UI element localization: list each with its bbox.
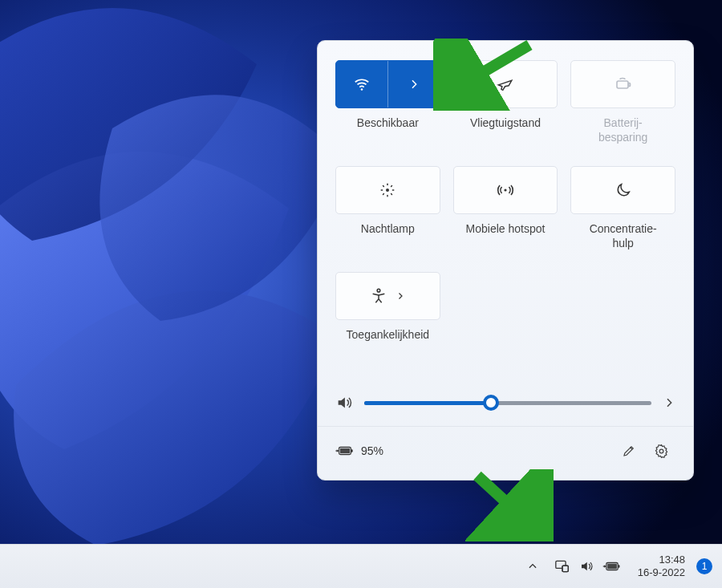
svg-rect-3 bbox=[628, 83, 630, 87]
accessibility-icon bbox=[370, 287, 387, 305]
settings-button[interactable] bbox=[647, 436, 675, 465]
moon-icon bbox=[615, 181, 632, 199]
wifi-expand[interactable] bbox=[388, 61, 440, 107]
tray-overflow-button[interactable] bbox=[522, 558, 543, 575]
battery-saver-icon bbox=[614, 75, 633, 94]
taskbar: 13:48 16-9-2022 1 bbox=[0, 544, 722, 588]
focus-assist-label: Concentratie-hulp bbox=[590, 222, 657, 251]
chevron-right-icon bbox=[408, 78, 420, 91]
battery-saver-tile[interactable] bbox=[570, 60, 675, 108]
svg-line-11 bbox=[383, 194, 384, 195]
svg-point-13 bbox=[504, 189, 506, 191]
night-light-label: Nachtlamp bbox=[361, 222, 415, 251]
volume-output-chevron[interactable] bbox=[663, 396, 675, 409]
battery-percent: 95% bbox=[361, 444, 383, 457]
focus-assist-tile[interactable] bbox=[570, 166, 675, 214]
svg-rect-24 bbox=[618, 565, 619, 568]
notifications-button[interactable]: 1 bbox=[696, 558, 712, 574]
volume-slider[interactable] bbox=[364, 401, 651, 405]
svg-rect-21 bbox=[562, 566, 568, 571]
svg-rect-2 bbox=[617, 81, 628, 88]
volume-icon[interactable] bbox=[335, 394, 353, 412]
accessibility-label: Toegankelijkheid bbox=[347, 328, 430, 357]
wifi-icon bbox=[353, 75, 371, 93]
wifi-label: Beschikbaar bbox=[357, 116, 419, 145]
svg-point-4 bbox=[386, 189, 389, 192]
gear-icon bbox=[654, 444, 669, 459]
svg-point-14 bbox=[377, 289, 380, 292]
svg-point-19 bbox=[659, 449, 663, 453]
chevron-right-icon bbox=[663, 396, 675, 409]
pencil-icon bbox=[622, 444, 636, 458]
edit-quick-settings-button[interactable] bbox=[615, 436, 643, 465]
mobile-hotspot-tile[interactable] bbox=[453, 166, 558, 214]
night-light-tile[interactable] bbox=[335, 166, 440, 214]
svg-rect-18 bbox=[340, 448, 350, 453]
airplane-mode-tile[interactable] bbox=[453, 60, 558, 108]
system-tray[interactable] bbox=[550, 556, 627, 577]
accessibility-tile[interactable] bbox=[335, 272, 440, 320]
svg-rect-26 bbox=[607, 564, 617, 569]
volume-icon bbox=[578, 559, 594, 574]
wifi-tile[interactable] bbox=[335, 60, 440, 108]
airplane-mode-label: Vliegtuigstand bbox=[470, 116, 541, 145]
taskbar-time: 13:48 bbox=[638, 554, 685, 566]
svg-rect-16 bbox=[351, 449, 353, 452]
night-light-icon bbox=[379, 181, 396, 199]
battery-status[interactable]: 95% bbox=[335, 443, 383, 459]
battery-charging-icon bbox=[602, 559, 622, 574]
airplane-icon bbox=[497, 75, 514, 93]
chevron-right-icon bbox=[395, 291, 405, 301]
svg-line-12 bbox=[391, 186, 392, 187]
chevron-up-icon bbox=[527, 561, 538, 572]
hotspot-icon bbox=[496, 180, 515, 200]
svg-line-9 bbox=[383, 186, 384, 187]
svg-line-10 bbox=[391, 194, 392, 195]
network-icon bbox=[554, 559, 570, 574]
notification-count: 1 bbox=[702, 561, 708, 572]
taskbar-date: 16-9-2022 bbox=[638, 566, 685, 579]
mobile-hotspot-label: Mobiele hotspot bbox=[466, 222, 546, 251]
svg-point-1 bbox=[361, 88, 363, 91]
wifi-toggle[interactable] bbox=[336, 61, 388, 107]
battery-charging-icon bbox=[335, 443, 355, 459]
battery-saver-label: Batterij-besparing bbox=[598, 116, 648, 145]
taskbar-clock[interactable]: 13:48 16-9-2022 bbox=[638, 554, 685, 578]
quick-settings-panel: Beschikbaar Vliegtuigstand Batterij-besp… bbox=[317, 40, 694, 481]
